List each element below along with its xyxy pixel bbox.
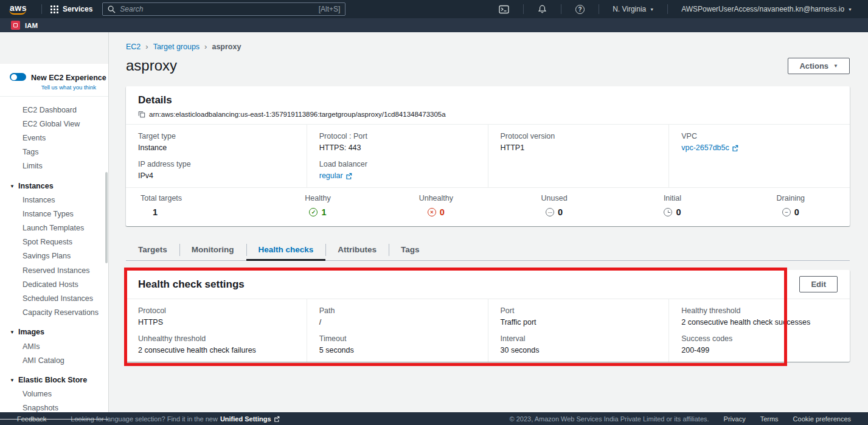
help-icon: ? (575, 5, 585, 14)
tab-monitoring[interactable]: Monitoring (179, 240, 246, 261)
services-label: Services (63, 5, 92, 13)
total-targets: Total targets 1 (126, 194, 259, 217)
sidebar-item-ec2-global-view[interactable]: EC2 Global View (0, 117, 108, 131)
sidebar-item-capacity-reservations[interactable]: Capacity Reservations (0, 306, 108, 320)
sidebar-item-volumes[interactable]: Volumes (0, 387, 108, 401)
tab-targets[interactable]: Targets (126, 240, 179, 261)
sidebar-top-spacer (0, 32, 108, 64)
field-label: Port (501, 306, 657, 315)
hc-healthy-threshold-value: 2 consecutive health check successes (681, 318, 838, 327)
cookie-preferences-link[interactable]: Cookie preferences (793, 415, 851, 423)
sidebar-item-ami-catalog[interactable]: AMI Catalog (0, 353, 108, 367)
cloudshell-button[interactable] (491, 5, 517, 14)
healthy-count: Healthy ✓1 (259, 194, 377, 217)
field-label: Unhealthy threshold (138, 334, 294, 343)
section-label: Elastic Block Store (18, 376, 87, 384)
tell-us-link[interactable]: Tell us what you think (31, 84, 106, 91)
edit-button[interactable]: Edit (799, 276, 838, 292)
sidebar-item-tags[interactable]: Tags (0, 145, 108, 159)
breadcrumb: EC2 › Target groups › asproxy (126, 42, 850, 51)
health-check-settings-title: Health check settings (138, 278, 245, 291)
sidebar-item-ec2-dashboard[interactable]: EC2 Dashboard (0, 103, 108, 117)
sidebar-item-dedicated-hosts[interactable]: Dedicated Hosts (0, 277, 108, 291)
sidebar-scrollbar[interactable] (105, 172, 108, 263)
sidebar-item-amis[interactable]: AMIs (0, 339, 108, 353)
region-selector[interactable]: N. Virginia ▼ (605, 5, 661, 13)
main-content: EC2 › Target groups › asproxy asproxy Ac… (109, 32, 868, 412)
sidebar-section-images[interactable]: ▼Images (0, 325, 108, 339)
favorites-iam-link[interactable]: IAM (25, 22, 38, 29)
vpc-link[interactable]: vpc-2657db5c (681, 143, 738, 152)
sidebar: New EC2 Experience Tell us what you thin… (0, 32, 109, 412)
draining-minus-icon: − (782, 208, 791, 216)
target-group-arn: arn:aws:elasticloadbalancing:us-east-1:3… (149, 111, 446, 118)
copy-icon[interactable] (138, 111, 145, 118)
terms-link[interactable]: Terms (760, 415, 779, 423)
help-button[interactable]: ? (568, 5, 592, 14)
healthy-value: 1 (321, 207, 326, 217)
sidebar-item-spot-requests[interactable]: Spot Requests (0, 235, 108, 249)
load-balancer-link[interactable]: regular (319, 171, 352, 180)
sidebar-item-events[interactable]: Events (0, 131, 108, 145)
sidebar-item-instance-types[interactable]: Instance Types (0, 207, 108, 221)
unified-settings-link[interactable]: Unified Settings (220, 415, 280, 423)
search-input[interactable] (120, 5, 318, 13)
detail-tabs: Targets Monitoring Health checks Attribu… (126, 240, 850, 261)
breadcrumb-ec2[interactable]: EC2 (126, 43, 141, 51)
privacy-link[interactable]: Privacy (724, 415, 746, 423)
tab-attributes[interactable]: Attributes (325, 240, 389, 261)
global-search[interactable]: [Alt+S] (102, 2, 345, 16)
draining-value: 0 (794, 207, 799, 217)
nav-divider (561, 4, 561, 14)
initial-label: Initial (664, 194, 681, 202)
notifications-button[interactable] (530, 4, 555, 14)
services-grid-icon (50, 5, 58, 13)
hc-port-value: Traffic port (501, 318, 657, 327)
caret-down-icon: ▼ (650, 7, 654, 12)
target-type-value: Instance (138, 143, 294, 152)
field-label: Success codes (681, 334, 838, 343)
sidebar-item-launch-templates[interactable]: Launch Templates (0, 221, 108, 235)
hc-unhealthy-threshold-value: 2 consecutive health check failures (138, 346, 294, 354)
services-menu-button[interactable]: Services (48, 5, 95, 13)
sidebar-section-instances[interactable]: ▼Instances (0, 179, 108, 193)
edit-label: Edit (811, 280, 826, 289)
unused-label: Unused (541, 194, 568, 202)
account-menu[interactable]: AWSPowerUserAccess/navaneeth.kn@harness.… (674, 5, 859, 13)
breadcrumb-separator-icon: › (145, 42, 148, 51)
breadcrumb-target-groups[interactable]: Target groups (153, 43, 200, 51)
new-ec2-experience-toggle[interactable] (10, 73, 26, 81)
account-label: AWSPowerUserAccess/navaneeth.kn@harness.… (681, 5, 844, 13)
external-link-icon (274, 416, 280, 422)
sidebar-section-elastic-block-store[interactable]: ▼Elastic Block Store (0, 373, 108, 387)
sidebar-item-instances[interactable]: Instances (0, 193, 108, 207)
unhealthy-value: 0 (440, 207, 445, 217)
field-label: Load balancer (319, 160, 476, 168)
sidebar-item-limits[interactable]: Limits (0, 159, 108, 173)
actions-button[interactable]: Actions ▼ (788, 58, 850, 74)
sidebar-item-savings-plans[interactable]: Savings Plans (0, 249, 108, 263)
unused-value: 0 (558, 207, 563, 217)
breadcrumb-separator-icon: › (204, 42, 207, 51)
sidebar-item-snapshots[interactable]: Snapshots (0, 401, 108, 415)
tab-health-checks[interactable]: Health checks (246, 240, 326, 261)
sidebar-nav: EC2 Dashboard EC2 Global View Events Tag… (0, 97, 108, 419)
sidebar-item-reserved-instances[interactable]: Reserved Instances (0, 263, 108, 277)
unused-ellipsis-icon: ⋯ (546, 208, 554, 216)
favorites-bar: IAM (0, 18, 868, 32)
sidebar-item-scheduled-instances[interactable]: Scheduled Instances (0, 291, 108, 305)
search-shortcut-hint: [Alt+S] (319, 5, 341, 13)
footer: Feedback Looking for language selection?… (0, 412, 868, 425)
initial-value: 0 (676, 207, 681, 217)
aws-logo[interactable]: aws (7, 3, 29, 15)
section-label: Instances (18, 182, 54, 190)
unified-settings-label: Unified Settings (220, 415, 271, 423)
details-grid: Target typeInstance IP address typeIPv4 … (126, 125, 850, 187)
healthy-label: Healthy (305, 194, 330, 202)
total-targets-value: 1 (153, 207, 158, 217)
actions-label: Actions (799, 61, 828, 71)
new-ec2-experience-label: New EC2 Experience (31, 74, 106, 82)
unhealthy-label: Unhealthy (419, 194, 453, 202)
nav-divider (599, 4, 599, 14)
tab-tags[interactable]: Tags (389, 240, 432, 261)
